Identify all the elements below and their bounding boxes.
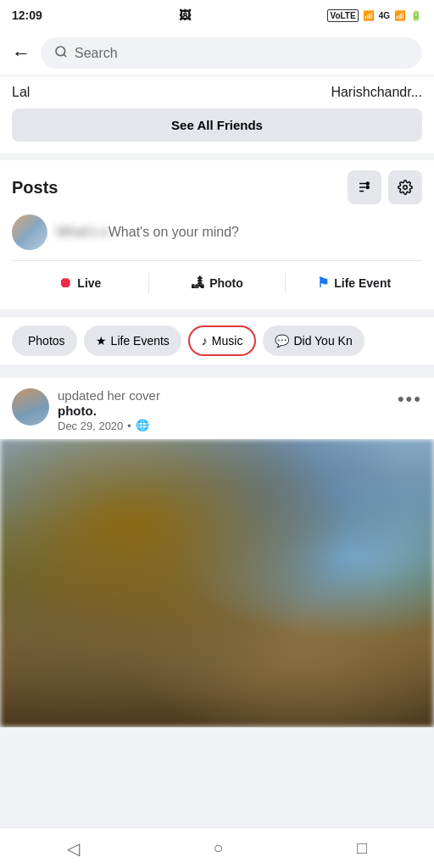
nav-recents-button[interactable]: □ — [357, 838, 367, 858]
settings-button[interactable] — [388, 170, 422, 204]
whats-on-mind-row[interactable]: What's oWhat's on your mind? — [12, 214, 422, 261]
post-options-row: ⏺ Live 🏞 Photo ⚑ Life Event — [12, 261, 422, 299]
bottom-nav: ◁ ○ □ — [0, 827, 434, 868]
post-meta: updated her cover photo. Dec 29, 2020 • … — [58, 388, 389, 432]
dot-separator: • — [127, 420, 131, 432]
post-header: updated her cover photo. Dec 29, 2020 • … — [0, 378, 434, 439]
signal-icon: 📶 — [363, 10, 375, 21]
see-all-friends-button[interactable]: See All Friends — [12, 108, 422, 142]
post-image — [0, 439, 434, 727]
status-bar: 12:09 🖼 VoLTE 📶 4G 📶 🔋 — [0, 0, 434, 31]
post-card: updated her cover photo. Dec 29, 2020 • … — [0, 378, 434, 727]
search-icon — [54, 45, 68, 61]
search-input-wrap[interactable]: Search — [41, 37, 422, 69]
posts-title: Posts — [12, 178, 58, 198]
music-label: Music — [212, 334, 243, 348]
life-events-label: Life Events — [111, 334, 170, 348]
posts-action-buttons — [348, 170, 422, 204]
friend-name-right: Harishchandr... — [331, 85, 422, 100]
pill-music[interactable]: ♪ Music — [188, 326, 257, 356]
battery-icon: 🔋 — [410, 10, 422, 21]
svg-point-5 — [366, 182, 369, 185]
svg-point-7 — [403, 186, 408, 190]
pill-photos[interactable]: Photos — [12, 326, 77, 356]
post-action-text: updated her cover — [58, 388, 160, 403]
svg-point-6 — [366, 186, 369, 189]
live-icon: ⏺ — [58, 275, 72, 291]
pill-did-you-know[interactable]: 💬 Did You Kn — [263, 326, 364, 356]
post-image-background — [0, 439, 434, 727]
volte-icon: VoLTE — [327, 9, 358, 22]
whats-on-mind-input[interactable]: What's oWhat's on your mind? — [56, 225, 422, 240]
live-option[interactable]: ⏺ Live — [12, 270, 148, 296]
system-icons: VoLTE 📶 4G 📶 🔋 — [327, 9, 422, 22]
music-icon: ♪ — [202, 334, 208, 348]
post-action: updated her cover — [58, 388, 389, 403]
life-event-icon: ⚑ — [317, 275, 329, 291]
see-all-friends-wrapper: See All Friends — [0, 103, 434, 153]
section-divider-1 — [0, 153, 434, 160]
back-button[interactable]: ← — [12, 42, 31, 64]
notification-icon: 🖼 — [179, 8, 191, 22]
section-divider-2 — [0, 309, 434, 316]
post-description: photo. — [58, 403, 389, 418]
life-event-label: Life Event — [334, 276, 391, 290]
network-icon: 4G — [379, 11, 390, 20]
pill-life-events[interactable]: ★ Life Events — [84, 326, 181, 356]
live-label: Live — [77, 276, 101, 290]
post-more-options[interactable]: ••• — [398, 388, 422, 410]
nav-back-button[interactable]: ◁ — [67, 838, 80, 859]
chat-icon: 💬 — [275, 334, 289, 348]
photo-icon: 🏞 — [191, 275, 204, 291]
filter-button[interactable] — [348, 170, 381, 204]
post-date-row: Dec 29, 2020 • 🌐 — [58, 418, 389, 432]
svg-line-1 — [64, 54, 66, 57]
search-bar-container: ← Search — [0, 31, 434, 76]
star-icon: ★ — [96, 334, 107, 348]
post-visibility-icon: 🌐 — [136, 419, 149, 431]
status-time: 12:09 — [12, 8, 42, 22]
life-event-option[interactable]: ⚑ Life Event — [286, 270, 422, 296]
nav-home-button[interactable]: ○ — [213, 838, 223, 858]
photo-label: Photo — [209, 276, 243, 290]
photos-label: Photos — [28, 334, 65, 348]
post-date: Dec 29, 2020 — [58, 420, 123, 432]
svg-point-0 — [56, 47, 65, 56]
friends-header-row: Lal Harishchandr... — [0, 76, 434, 103]
posts-section: Posts What' — [0, 160, 434, 309]
photo-option[interactable]: 🏞 Photo — [149, 270, 286, 296]
post-user-avatar — [12, 388, 49, 426]
search-input[interactable]: Search — [75, 46, 118, 61]
user-avatar — [12, 214, 47, 250]
section-divider-3 — [0, 364, 434, 371]
posts-header: Posts — [12, 170, 422, 204]
did-you-know-label: Did You Kn — [293, 334, 352, 348]
wifi-icon: 📶 — [394, 10, 406, 21]
category-pills-container: Photos ★ Life Events ♪ Music 💬 Did You K… — [0, 316, 434, 364]
friend-name-left: Lal — [12, 85, 30, 100]
